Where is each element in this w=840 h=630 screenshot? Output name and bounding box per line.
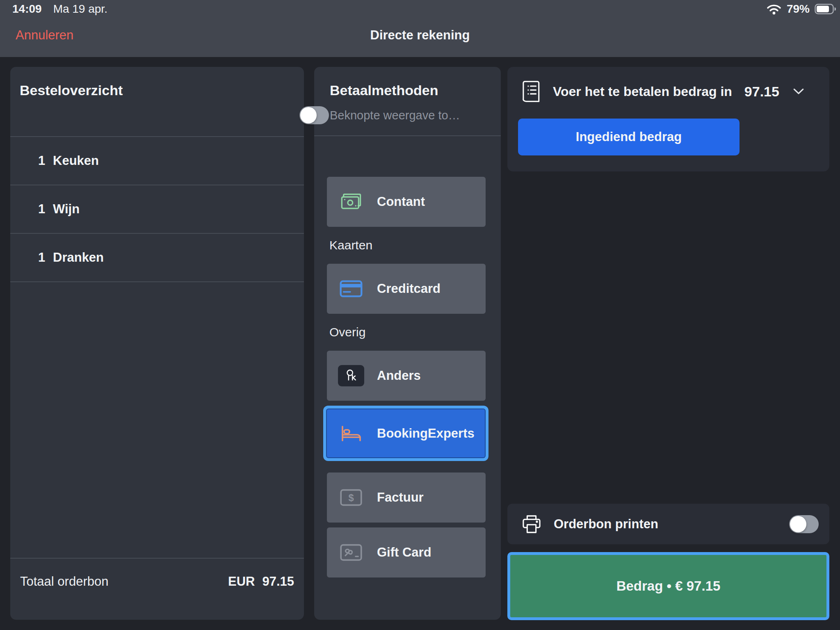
order-item-name: Dranken (53, 250, 104, 265)
receipt-icon (521, 80, 542, 103)
gift-card-icon (338, 543, 365, 562)
battery-percent: 79% (787, 2, 810, 16)
status-and-nav-bar: 14:09 Ma 19 apr. 79% Annuleren Directe r… (0, 0, 840, 57)
amount-dropdown[interactable]: Voer het te betalen bedrag in 97.15 (521, 78, 821, 105)
pay-amount-button[interactable]: Bedrag • € 97.15 (507, 552, 829, 620)
credit-card-icon (338, 280, 365, 298)
order-total-currency: EUR (228, 574, 255, 589)
cash-icon (338, 192, 365, 212)
order-item-name: Keuken (53, 153, 99, 168)
order-row[interactable]: 1 Keuken (10, 136, 304, 185)
status-right: 79% (766, 2, 836, 16)
clock: 14:09 (12, 2, 42, 16)
payment-method-label: Gift Card (377, 545, 431, 560)
submitted-amount-button[interactable]: Ingediend bedrag (518, 119, 740, 155)
status-left: 14:09 Ma 19 apr. (12, 2, 107, 16)
battery-icon (815, 4, 836, 14)
other-payment-icon (338, 365, 365, 386)
date: Ma 19 apr. (53, 2, 107, 16)
payment-method-anders[interactable]: Anders (327, 351, 486, 401)
payment-methods-panel: Betaalmethoden Beknopte weergave to… Con… (314, 67, 501, 620)
order-item-qty: 1 (38, 153, 53, 168)
order-total-value: EUR 97.15 (228, 574, 294, 589)
order-total-amount: 97.15 (262, 574, 294, 589)
payment-method-factuur[interactable]: $ Factuur (327, 472, 486, 523)
print-receipt-row: Orderbon printen (507, 504, 829, 544)
other-payment-tile (338, 365, 364, 386)
toggle-knob (300, 107, 317, 123)
order-item-qty: 1 (38, 250, 53, 265)
payment-panel-title: Betaalmethoden (330, 82, 438, 98)
compact-view-toggle[interactable] (299, 106, 329, 124)
order-row[interactable]: 1 Wijn (10, 185, 304, 233)
wifi-icon (766, 3, 782, 15)
payment-method-label: Creditcard (377, 281, 441, 296)
order-list: 1 Keuken 1 Wijn 1 Dranken (10, 136, 304, 282)
amount-entry-card: Voer het te betalen bedrag in 97.15 Inge… (507, 67, 829, 171)
payment-method-contant[interactable]: Contant (327, 177, 486, 227)
payment-method-giftcard[interactable]: Gift Card (327, 527, 486, 578)
payment-group-overig: Overig (329, 324, 486, 340)
printer-icon (521, 514, 542, 535)
invoice-icon: $ (338, 488, 365, 507)
print-receipt-toggle[interactable] (789, 515, 819, 533)
chevron-down-icon[interactable] (792, 87, 805, 96)
order-item-qty: 1 (38, 202, 53, 217)
order-total-row: Totaal orderbon EUR 97.15 (10, 558, 304, 605)
payment-method-label: Contant (377, 194, 425, 209)
page-title: Directe rekening (0, 28, 840, 43)
payment-methods-list: Contant Kaarten Creditcard Overig (327, 135, 486, 578)
payment-method-bookingexperts[interactable]: BookingExperts (326, 409, 486, 458)
payment-method-bookingexperts-selected[interactable]: BookingExperts (323, 406, 488, 461)
order-panel-title: Besteloverzicht (20, 82, 123, 98)
compact-view-label: Beknopte weergave to… (330, 109, 460, 122)
payment-method-label: Factuur (377, 490, 424, 505)
toggle-knob (790, 516, 806, 532)
order-row[interactable]: 1 Dranken (10, 233, 304, 282)
amount-value: 97.15 (744, 84, 779, 100)
bed-icon (338, 425, 365, 442)
print-receipt-label: Orderbon printen (554, 517, 658, 532)
amount-prompt: Voer het te betalen bedrag in (553, 84, 732, 99)
payment-method-label: Anders (377, 368, 421, 383)
order-total-label: Totaal orderbon (20, 574, 108, 589)
payment-group-kaarten: Kaarten (329, 237, 486, 253)
payment-method-creditcard[interactable]: Creditcard (327, 264, 486, 314)
order-overview-panel: Besteloverzicht 1 Keuken 1 Wijn 1 Dranke… (10, 67, 304, 620)
svg-text:$: $ (348, 493, 354, 503)
order-item-name: Wijn (53, 202, 80, 217)
payment-method-label: BookingExperts (377, 426, 475, 441)
